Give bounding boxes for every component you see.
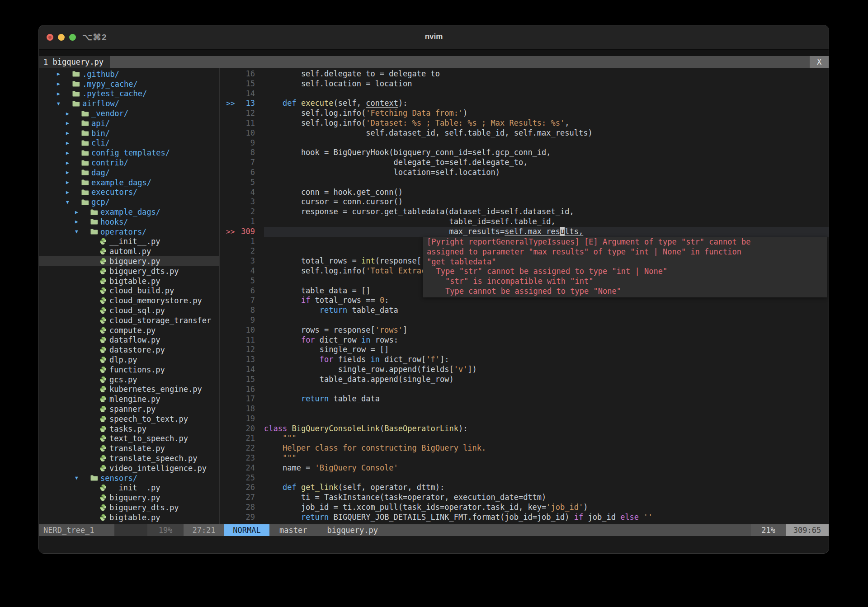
code-line[interactable]: 15 table_data.append(single_row) xyxy=(220,375,829,385)
code-line[interactable]: 23 """ xyxy=(220,453,829,463)
code-line[interactable]: 11 self.log.info('Dataset: %s ; Table: %… xyxy=(220,118,829,128)
file-tree[interactable]: ▶.github/▶.mypy_cache/▶.pytest_cache/▼ai… xyxy=(39,68,219,524)
code-line[interactable]: 28 job_id = ti.xcom_pull(task_ids=operat… xyxy=(220,503,829,513)
tree-item[interactable]: ▼operators/ xyxy=(39,227,219,237)
tree-item[interactable]: ▶api/ xyxy=(39,118,219,128)
code-line[interactable]: 27 ti = TaskInstance(task=operator, exec… xyxy=(220,493,829,503)
code-line[interactable]: 29 return BIGQUERY_JOB_DETAILS_LINK_FMT.… xyxy=(220,513,829,522)
code-line[interactable]: 13 for fields in dict_row['f']: xyxy=(220,355,829,365)
tree-item[interactable]: text_to_speech.py xyxy=(39,433,219,443)
chevron-right-icon[interactable]: ▶ xyxy=(57,91,72,97)
code-line[interactable]: 2 response = cursor.get_tabledata(datase… xyxy=(220,207,829,217)
tree-item[interactable]: ▼gcp/ xyxy=(39,197,219,207)
code-line[interactable]: 24 name = 'BigQuery Console' xyxy=(220,463,829,473)
code-line[interactable]: 25 xyxy=(220,473,829,483)
code-line[interactable]: 11 for dict_row in rows: xyxy=(220,335,829,345)
tree-item[interactable]: bigquery_dts.py xyxy=(39,503,219,513)
code-line[interactable]: 17 return table_data xyxy=(220,394,829,404)
tree-item[interactable]: ▶executors/ xyxy=(39,188,219,198)
code-line[interactable]: 12 single_row = [] xyxy=(220,345,829,355)
tree-item[interactable]: functions.py xyxy=(39,365,219,375)
chevron-right-icon[interactable]: ▶ xyxy=(66,111,81,117)
tree-item[interactable]: ▶.mypy_cache/ xyxy=(39,79,219,89)
code-buffer[interactable]: 16 self.delegate_to = delegate_to15 self… xyxy=(220,68,829,524)
tree-item[interactable]: dlp.py xyxy=(39,355,219,365)
code-line[interactable]: 3 cursor = conn.cursor() xyxy=(220,197,829,207)
chevron-right-icon[interactable]: ▶ xyxy=(66,140,81,146)
tree-item[interactable]: ▶config_templates/ xyxy=(39,148,219,158)
tree-item[interactable]: mlengine.py xyxy=(39,394,219,404)
chevron-right-icon[interactable]: ▶ xyxy=(75,219,90,225)
code-line[interactable]: 9 xyxy=(220,315,829,325)
tree-item[interactable]: ▶.pytest_cache/ xyxy=(39,89,219,99)
code-line[interactable]: 7 delegate_to=self.delegate_to, xyxy=(220,158,829,168)
tree-item[interactable]: ▼airflow/ xyxy=(39,99,219,108)
tree-item[interactable]: ▶example_dags/ xyxy=(39,178,219,188)
tree-item[interactable]: bigtable.py xyxy=(39,276,219,286)
code-line[interactable]: >>309 max_results=self.max_results, xyxy=(220,227,829,237)
code-line[interactable]: 14 xyxy=(220,89,829,99)
tab-close-button[interactable]: X xyxy=(810,56,829,68)
tree-item[interactable]: cloud_memorystore.py xyxy=(39,296,219,306)
code-line[interactable]: 9 xyxy=(220,138,829,148)
chevron-right-icon[interactable]: ▶ xyxy=(57,71,72,77)
code-line[interactable]: 10 rows = response['rows'] xyxy=(220,325,829,335)
tree-item[interactable]: ▶_vendor/ xyxy=(39,108,219,118)
tree-item[interactable]: translate_speech.py xyxy=(39,453,219,463)
chevron-right-icon[interactable]: ▶ xyxy=(66,169,81,175)
code-line[interactable]: 8 hook = BigQueryHook(bigquery_conn_id=s… xyxy=(220,148,829,158)
chevron-down-icon[interactable]: ▼ xyxy=(75,229,90,235)
code-line[interactable]: 15 self.location = location xyxy=(220,79,829,89)
tree-item[interactable]: datastore.py xyxy=(39,345,219,355)
tab-bigquery[interactable]: 1 bigquery.py xyxy=(39,56,110,68)
code-line[interactable]: 20class BigQueryConsoleLink(BaseOperator… xyxy=(220,424,829,434)
tree-item[interactable]: cloud_storage_transfer xyxy=(39,315,219,325)
chevron-right-icon[interactable]: ▶ xyxy=(66,189,81,195)
tree-item[interactable]: ▶.github/ xyxy=(39,69,219,79)
code-line[interactable]: 16 self.delegate_to = delegate_to xyxy=(220,69,829,79)
tree-item[interactable]: ▶contrib/ xyxy=(39,158,219,168)
code-line[interactable]: 19 xyxy=(220,414,829,424)
tree-item[interactable]: ▶dag/ xyxy=(39,168,219,178)
code-line[interactable]: 21 """ xyxy=(220,433,829,443)
code-line[interactable]: 14 single_row.append(fields['v']) xyxy=(220,365,829,375)
code-line[interactable]: 6 location=self.location) xyxy=(220,168,829,178)
tree-item[interactable]: gcs.py xyxy=(39,375,219,385)
tree-item[interactable]: bigquery.py xyxy=(39,493,219,503)
chevron-down-icon[interactable]: ▼ xyxy=(57,101,72,107)
tree-item[interactable]: dataflow.py xyxy=(39,335,219,345)
chevron-down-icon[interactable]: ▼ xyxy=(75,475,90,481)
tree-item[interactable]: spanner.py xyxy=(39,404,219,414)
tree-item[interactable]: bigquery.py xyxy=(39,256,219,266)
code-line[interactable]: 18 xyxy=(220,404,829,414)
tree-item[interactable]: ▶hooks/ xyxy=(39,217,219,227)
code-line[interactable]: 12 self.log.info('Fetching Data from:') xyxy=(220,108,829,118)
tree-item[interactable]: ▶example_dags/ xyxy=(39,207,219,217)
chevron-right-icon[interactable]: ▶ xyxy=(66,160,81,166)
tree-item[interactable]: speech_to_text.py xyxy=(39,414,219,424)
tree-item[interactable]: bigquery_dts.py xyxy=(39,266,219,276)
tree-item[interactable]: __init__.py xyxy=(39,237,219,247)
code-line[interactable]: 1 table_id=self.table_id, xyxy=(220,217,829,227)
tree-item[interactable]: __init__.py xyxy=(39,483,219,493)
chevron-down-icon[interactable]: ▼ xyxy=(66,199,81,205)
tree-item[interactable]: ▶bin/ xyxy=(39,128,219,138)
tree-item[interactable]: cloud_sql.py xyxy=(39,306,219,315)
code-line[interactable]: 8 return table_data xyxy=(220,306,829,315)
chevron-right-icon[interactable]: ▶ xyxy=(66,130,81,136)
code-line[interactable]: 22 Helper class for constructing BigQuer… xyxy=(220,443,829,453)
chevron-right-icon[interactable]: ▶ xyxy=(66,150,81,156)
code-line[interactable]: 4 conn = hook.get_conn() xyxy=(220,188,829,198)
chevron-right-icon[interactable]: ▶ xyxy=(75,209,90,215)
chevron-right-icon[interactable]: ▶ xyxy=(66,179,81,185)
tree-item[interactable]: ▶cli/ xyxy=(39,138,219,148)
tree-item[interactable]: automl.py xyxy=(39,246,219,256)
tree-item[interactable]: video_intelligence.py xyxy=(39,463,219,473)
chevron-right-icon[interactable]: ▶ xyxy=(57,81,72,87)
code-line[interactable]: 5 xyxy=(220,178,829,188)
tree-item[interactable]: kubernetes_engine.py xyxy=(39,385,219,395)
code-line[interactable]: 10 self.dataset_id, self.table_id, self.… xyxy=(220,128,829,138)
chevron-right-icon[interactable]: ▶ xyxy=(66,120,81,126)
tree-item[interactable]: ▼sensors/ xyxy=(39,473,219,483)
tree-item[interactable]: bigtable.py xyxy=(39,513,219,522)
